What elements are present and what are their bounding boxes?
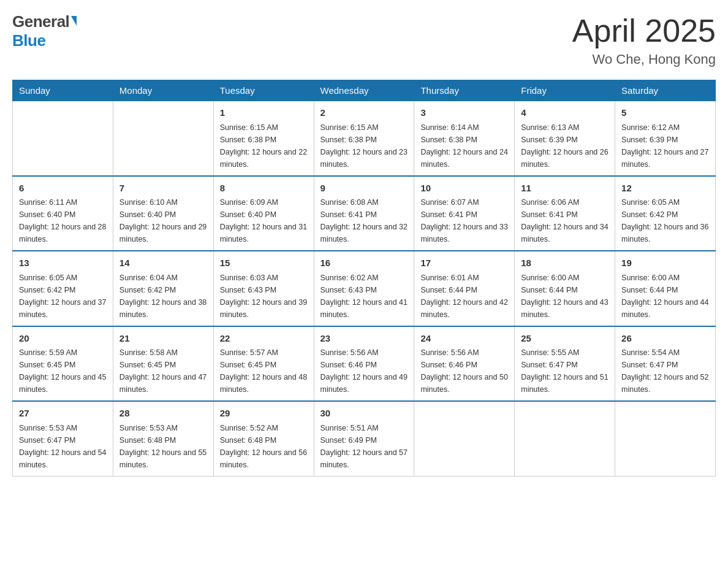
week-row-4: 20Sunrise: 5:59 AMSunset: 6:45 PMDayligh… xyxy=(13,326,716,402)
table-row: 9Sunrise: 6:08 AMSunset: 6:41 PMDaylight… xyxy=(314,176,414,251)
day-info: Sunrise: 6:04 AMSunset: 6:42 PMDaylight:… xyxy=(119,272,207,321)
page-header: General Blue April 2025 Wo Che, Hong Kon… xyxy=(12,12,716,67)
day-number: 8 xyxy=(220,182,308,196)
day-info: Sunrise: 6:09 AMSunset: 6:40 PMDaylight:… xyxy=(220,196,308,245)
table-row: 4Sunrise: 6:13 AMSunset: 6:39 PMDaylight… xyxy=(515,101,615,176)
table-row: 21Sunrise: 5:58 AMSunset: 6:45 PMDayligh… xyxy=(113,326,213,402)
day-number: 13 xyxy=(19,256,107,270)
table-row: 29Sunrise: 5:52 AMSunset: 6:48 PMDayligh… xyxy=(213,401,314,476)
day-info: Sunrise: 6:15 AMSunset: 6:38 PMDaylight:… xyxy=(220,121,308,170)
day-info: Sunrise: 6:02 AMSunset: 6:43 PMDaylight:… xyxy=(320,272,408,321)
day-info: Sunrise: 5:57 AMSunset: 6:45 PMDaylight:… xyxy=(220,347,308,396)
table-row: 20Sunrise: 5:59 AMSunset: 6:45 PMDayligh… xyxy=(13,326,113,402)
day-number: 2 xyxy=(320,106,408,120)
day-number: 3 xyxy=(420,106,508,120)
day-info: Sunrise: 5:56 AMSunset: 6:46 PMDaylight:… xyxy=(320,347,408,396)
table-row: 19Sunrise: 6:00 AMSunset: 6:44 PMDayligh… xyxy=(615,251,716,326)
day-number: 5 xyxy=(621,106,709,120)
day-number: 11 xyxy=(521,182,609,196)
day-info: Sunrise: 5:54 AMSunset: 6:47 PMDaylight:… xyxy=(621,347,709,396)
table-row: 11Sunrise: 6:06 AMSunset: 6:41 PMDayligh… xyxy=(515,176,615,251)
table-row: 30Sunrise: 5:51 AMSunset: 6:49 PMDayligh… xyxy=(314,401,414,476)
table-row: 23Sunrise: 5:56 AMSunset: 6:46 PMDayligh… xyxy=(314,326,414,402)
table-row: 14Sunrise: 6:04 AMSunset: 6:42 PMDayligh… xyxy=(113,251,213,326)
day-number: 1 xyxy=(220,106,308,120)
day-info: Sunrise: 6:00 AMSunset: 6:44 PMDaylight:… xyxy=(621,272,709,321)
day-number: 26 xyxy=(621,332,709,346)
table-row: 18Sunrise: 6:00 AMSunset: 6:44 PMDayligh… xyxy=(515,251,615,326)
day-info: Sunrise: 5:53 AMSunset: 6:48 PMDaylight:… xyxy=(119,422,207,471)
day-info: Sunrise: 5:56 AMSunset: 6:46 PMDaylight:… xyxy=(420,347,508,396)
day-number: 12 xyxy=(621,182,709,196)
day-info: Sunrise: 5:53 AMSunset: 6:47 PMDaylight:… xyxy=(19,422,107,471)
table-row: 3Sunrise: 6:14 AMSunset: 6:38 PMDaylight… xyxy=(414,101,515,176)
table-row: 25Sunrise: 5:55 AMSunset: 6:47 PMDayligh… xyxy=(515,326,615,402)
logo-blue-text: Blue xyxy=(12,31,45,50)
day-info: Sunrise: 6:12 AMSunset: 6:39 PMDaylight:… xyxy=(621,121,709,170)
weekday-header-row: Sunday Monday Tuesday Wednesday Thursday… xyxy=(13,80,716,101)
table-row xyxy=(615,401,716,476)
day-info: Sunrise: 5:52 AMSunset: 6:48 PMDaylight:… xyxy=(220,422,308,471)
day-number: 29 xyxy=(220,407,308,421)
table-row xyxy=(13,101,113,176)
day-number: 23 xyxy=(320,332,408,346)
header-sunday: Sunday xyxy=(13,80,113,101)
table-row: 16Sunrise: 6:02 AMSunset: 6:43 PMDayligh… xyxy=(314,251,414,326)
day-number: 22 xyxy=(220,332,308,346)
table-row xyxy=(515,401,615,476)
header-saturday: Saturday xyxy=(615,80,716,101)
week-row-2: 6Sunrise: 6:11 AMSunset: 6:40 PMDaylight… xyxy=(13,176,716,251)
day-number: 30 xyxy=(320,407,408,421)
day-info: Sunrise: 6:15 AMSunset: 6:38 PMDaylight:… xyxy=(320,121,408,170)
week-row-5: 27Sunrise: 5:53 AMSunset: 6:47 PMDayligh… xyxy=(13,401,716,476)
day-number: 7 xyxy=(119,182,207,196)
day-info: Sunrise: 6:01 AMSunset: 6:44 PMDaylight:… xyxy=(420,272,508,321)
day-number: 14 xyxy=(119,256,207,270)
day-info: Sunrise: 6:10 AMSunset: 6:40 PMDaylight:… xyxy=(119,196,207,245)
day-number: 19 xyxy=(621,256,709,270)
table-row xyxy=(113,101,213,176)
day-number: 16 xyxy=(320,256,408,270)
day-info: Sunrise: 6:05 AMSunset: 6:42 PMDaylight:… xyxy=(19,272,107,321)
day-number: 20 xyxy=(19,332,107,346)
header-wednesday: Wednesday xyxy=(314,80,414,101)
day-number: 27 xyxy=(19,407,107,421)
table-row: 13Sunrise: 6:05 AMSunset: 6:42 PMDayligh… xyxy=(13,251,113,326)
table-row: 24Sunrise: 5:56 AMSunset: 6:46 PMDayligh… xyxy=(414,326,515,402)
day-number: 18 xyxy=(521,256,609,270)
day-number: 9 xyxy=(320,182,408,196)
day-info: Sunrise: 6:00 AMSunset: 6:44 PMDaylight:… xyxy=(521,272,609,321)
day-number: 24 xyxy=(420,332,508,346)
header-thursday: Thursday xyxy=(414,80,515,101)
day-info: Sunrise: 5:58 AMSunset: 6:45 PMDaylight:… xyxy=(119,347,207,396)
location-title: Wo Che, Hong Kong xyxy=(572,52,716,67)
day-info: Sunrise: 6:07 AMSunset: 6:41 PMDaylight:… xyxy=(420,196,508,245)
table-row: 8Sunrise: 6:09 AMSunset: 6:40 PMDaylight… xyxy=(213,176,314,251)
table-row: 6Sunrise: 6:11 AMSunset: 6:40 PMDaylight… xyxy=(13,176,113,251)
day-number: 10 xyxy=(420,182,508,196)
table-row: 15Sunrise: 6:03 AMSunset: 6:43 PMDayligh… xyxy=(213,251,314,326)
day-number: 17 xyxy=(420,256,508,270)
table-row: 10Sunrise: 6:07 AMSunset: 6:41 PMDayligh… xyxy=(414,176,515,251)
day-info: Sunrise: 5:55 AMSunset: 6:47 PMDaylight:… xyxy=(521,347,609,396)
header-monday: Monday xyxy=(113,80,213,101)
day-info: Sunrise: 6:06 AMSunset: 6:41 PMDaylight:… xyxy=(521,196,609,245)
day-info: Sunrise: 5:51 AMSunset: 6:49 PMDaylight:… xyxy=(320,422,408,471)
table-row: 22Sunrise: 5:57 AMSunset: 6:45 PMDayligh… xyxy=(213,326,314,402)
logo: General Blue xyxy=(12,12,77,50)
day-info: Sunrise: 5:59 AMSunset: 6:45 PMDaylight:… xyxy=(19,347,107,396)
month-title: April 2025 xyxy=(572,12,716,49)
day-number: 15 xyxy=(220,256,308,270)
table-row: 26Sunrise: 5:54 AMSunset: 6:47 PMDayligh… xyxy=(615,326,716,402)
table-row: 28Sunrise: 5:53 AMSunset: 6:48 PMDayligh… xyxy=(113,401,213,476)
table-row: 5Sunrise: 6:12 AMSunset: 6:39 PMDaylight… xyxy=(615,101,716,176)
table-row: 17Sunrise: 6:01 AMSunset: 6:44 PMDayligh… xyxy=(414,251,515,326)
table-row: 1Sunrise: 6:15 AMSunset: 6:38 PMDaylight… xyxy=(213,101,314,176)
table-row: 7Sunrise: 6:10 AMSunset: 6:40 PMDaylight… xyxy=(113,176,213,251)
day-info: Sunrise: 6:03 AMSunset: 6:43 PMDaylight:… xyxy=(220,272,308,321)
table-row: 12Sunrise: 6:05 AMSunset: 6:42 PMDayligh… xyxy=(615,176,716,251)
table-row: 2Sunrise: 6:15 AMSunset: 6:38 PMDaylight… xyxy=(314,101,414,176)
calendar-table: Sunday Monday Tuesday Wednesday Thursday… xyxy=(12,80,716,477)
day-info: Sunrise: 6:11 AMSunset: 6:40 PMDaylight:… xyxy=(19,196,107,245)
day-info: Sunrise: 6:13 AMSunset: 6:39 PMDaylight:… xyxy=(521,121,609,170)
